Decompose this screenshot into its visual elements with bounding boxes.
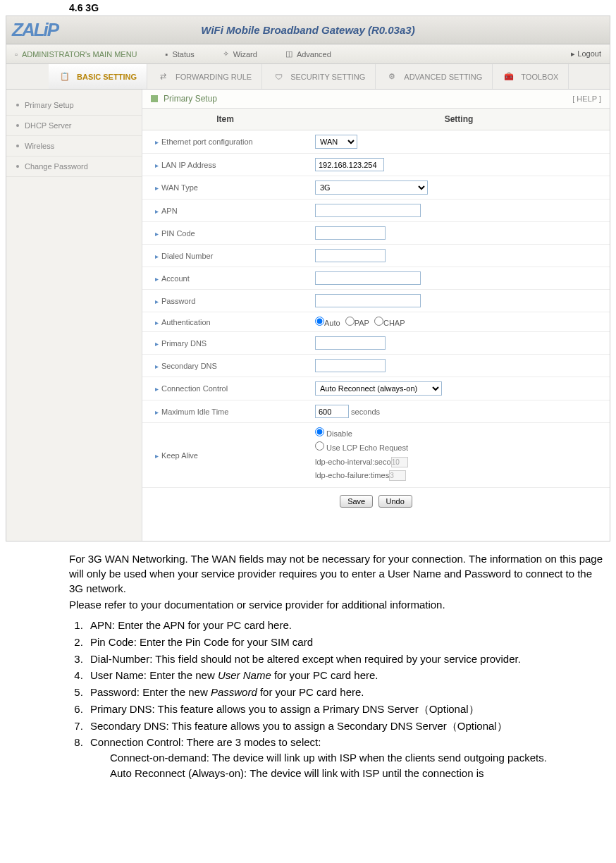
panel-header: Primary Setup [ HELP ] [142,90,610,109]
row-eth-port: ▸Ethernet port configuration WAN [142,130,610,154]
keepalive-disable-radio[interactable] [315,427,324,436]
auth-auto-radio[interactable] [315,317,324,326]
panel-header-icon [151,95,158,102]
row-wan-type: ▸WAN Type 3G [142,176,610,200]
row-dialed: ▸Dialed Number [142,245,610,267]
status-menu[interactable]: ▪Status [166,50,195,59]
sdns-input[interactable] [315,359,386,372]
max-idle-input[interactable] [315,405,349,418]
main-panel: Primary Setup [ HELP ] Item Setting ▸Eth… [142,90,610,541]
row-auth: ▸Authentication Auto PAP CHAP [142,312,610,332]
logo: ZALiP [12,20,58,40]
section-title: 4.6 3G [0,0,616,16]
pdns-input[interactable] [315,336,386,350]
doc-list: APN: Enter the APN for your PC card here… [0,618,616,787]
col-item: Item [142,109,308,130]
sidebar-item-wireless[interactable]: Wireless [6,136,142,157]
content-area: Primary Setup DHCP Server Wireless Chang… [6,90,610,541]
lcp-failure-input[interactable] [389,470,406,481]
header-title: WiFi Mobile Broadband Gateway (R0.03a3) [201,24,414,36]
col-setting: Setting [308,109,610,130]
doc-li3: Dial-Number: This field should not be al… [86,651,609,667]
auth-chap-radio[interactable] [374,317,383,326]
conn-ctrl-select[interactable]: Auto Reconnect (always-on) [315,381,442,396]
pin-input[interactable] [315,226,386,240]
router-ui-screenshot: ZALiP WiFi Mobile Broadband Gateway (R0.… [6,16,610,541]
row-pin: ▸PIN Code [142,222,610,245]
help-link[interactable]: [ HELP ] [572,94,601,103]
tab-basic-setting[interactable]: 📋BASIC SETTING [49,64,147,89]
header-bar: ZALiP WiFi Mobile Broadband Gateway (R0.… [6,16,610,44]
panel-title: Primary Setup [164,94,217,104]
wan-type-select[interactable]: 3G [315,180,428,195]
apn-input[interactable] [315,204,421,217]
wizard-menu[interactable]: ✧Wizard [223,49,257,59]
sidebar-item-dhcp-server[interactable]: DHCP Server [6,116,142,136]
doc-li5: Password: Enter the new Password for you… [86,685,609,700]
save-button[interactable]: Save [340,495,373,508]
doc-li4: User Name: Enter the new User Name for y… [86,668,609,683]
doc-li1: APN: Enter the APN for your PC card here… [86,618,609,633]
status-icon: ▪ [166,50,168,59]
undo-button[interactable]: Undo [378,495,412,508]
auth-pap-radio[interactable] [345,317,355,326]
dialed-input[interactable] [315,249,386,262]
password-input[interactable] [315,294,421,307]
row-pdns: ▸Primary DNS [142,332,610,355]
account-input[interactable] [315,271,421,285]
top-menu: ▫ ADMINISTRATOR's MAIN MENU ▪Status ✧Wiz… [6,44,610,64]
settings-table: Item Setting ▸Ethernet port configuratio… [142,109,610,488]
lan-ip-input[interactable] [315,158,384,171]
doc-li8: Connection Control: There are 3 modes to… [86,735,609,781]
doc-intro: For 3G WAN Networking. The WAN fields ma… [0,547,616,618]
sidebar-item-primary-setup[interactable]: Primary Setup [6,95,142,116]
row-account: ▸Account [142,267,610,290]
tab-security-setting[interactable]: 🛡SECURITY SETTING [262,64,376,89]
doc-li7: Secondary DNS: This feature allows you t… [86,718,609,734]
logout-menu[interactable]: ▸ Logout [571,49,601,59]
menu-expand-icon[interactable]: ▫ [15,50,18,59]
keepalive-lcp-radio[interactable] [315,441,324,451]
tab-bar: 📋BASIC SETTING ⇄FORWARDING RULE 🛡SECURIT… [6,64,610,90]
tab-forwarding-rule[interactable]: ⇄FORWARDING RULE [147,64,262,89]
lcp-interval-input[interactable] [391,457,408,467]
forwarding-icon: ⇄ [157,71,170,83]
button-row: Save Undo [142,488,610,515]
row-keep-alive: ▸Keep Alive Disable Use LCP Echo Request… [142,423,610,488]
doc-li6: Primary DNS: This feature allows you to … [86,702,609,717]
tab-toolbox[interactable]: 🧰TOOLBOX [493,64,569,89]
row-lan-ip: ▸LAN IP Address [142,154,610,176]
row-apn: ▸APN [142,200,610,222]
row-sdns: ▸Secondary DNS [142,355,610,377]
row-conn-ctrl: ▸Connection Control Auto Reconnect (alwa… [142,377,610,400]
security-icon: 🛡 [272,71,285,83]
advanced-icon: ◫ [285,49,292,59]
row-max-idle: ▸Maximum Idle Time seconds [142,400,610,423]
sidebar: Primary Setup DHCP Server Wireless Chang… [6,90,142,541]
tab-advanced-setting[interactable]: ⚙ADVANCED SETTING [376,64,493,89]
wizard-icon: ✧ [223,49,229,59]
admin-menu[interactable]: ADMINISTRATOR's MAIN MENU [22,50,137,59]
eth-port-select[interactable]: WAN [315,135,357,149]
sidebar-item-change-password[interactable]: Change Password [6,157,142,177]
advanced-menu[interactable]: ◫Advanced [285,49,331,59]
advanced-tab-icon: ⚙ [386,71,398,83]
row-password: ▸Password [142,290,610,312]
basic-icon: 📋 [58,71,71,83]
doc-li2: Pin Code: Enter the Pin Code for your SI… [86,635,609,650]
toolbox-icon: 🧰 [503,71,515,83]
